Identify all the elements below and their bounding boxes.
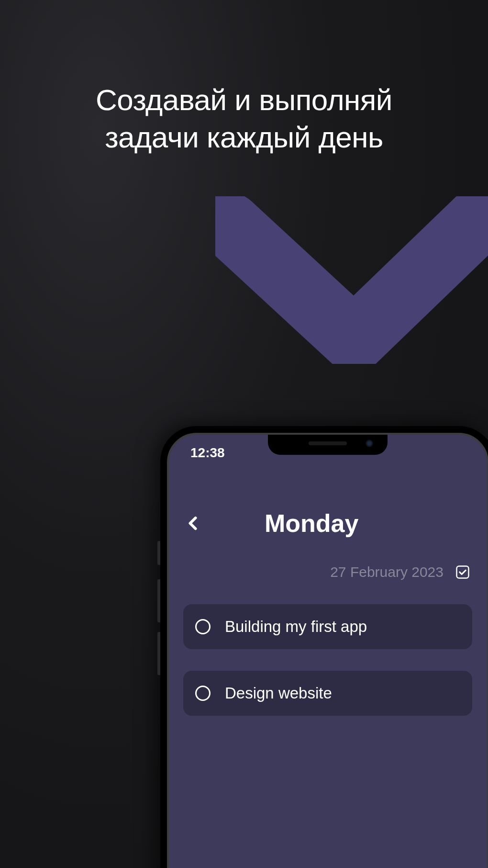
phone-side-button	[157, 579, 160, 622]
task-item[interactable]: Design website	[183, 671, 472, 716]
date-row: 27 February 2023	[183, 564, 472, 580]
day-title: Monday	[265, 509, 358, 538]
headline-line-2: задачи каждый день	[105, 121, 383, 154]
phone-camera	[366, 440, 373, 447]
checkmark-decoration-icon	[215, 196, 488, 364]
task-checkbox[interactable]	[195, 619, 211, 634]
phone-screen: 12:38 Monday 27 February 2023	[167, 433, 488, 868]
task-checkbox[interactable]	[195, 686, 211, 701]
task-list: Building my first app Design website	[183, 604, 472, 716]
task-label: Building my first app	[225, 618, 367, 636]
phone-side-button	[157, 541, 160, 565]
headline-line-1: Создавай и выполняй	[96, 83, 392, 116]
phone-speaker	[309, 441, 347, 445]
promo-headline: Создавай и выполняй задачи каждый день	[0, 81, 488, 156]
back-button[interactable]	[183, 514, 202, 533]
select-all-button[interactable]	[455, 565, 470, 579]
status-time: 12:38	[190, 445, 225, 461]
phone-mockup: 12:38 Monday 27 February 2023	[160, 426, 488, 868]
checkbox-checked-icon	[455, 565, 470, 579]
task-item[interactable]: Building my first app	[183, 604, 472, 649]
date-text: 27 February 2023	[330, 564, 444, 580]
chevron-left-icon	[185, 515, 201, 531]
app-header: Monday	[183, 509, 472, 538]
phone-notch	[268, 435, 388, 455]
task-label: Design website	[225, 684, 332, 702]
phone-side-button	[157, 632, 160, 675]
svg-rect-0	[457, 566, 469, 578]
app-content: Monday 27 February 2023 Building my firs…	[169, 509, 487, 716]
